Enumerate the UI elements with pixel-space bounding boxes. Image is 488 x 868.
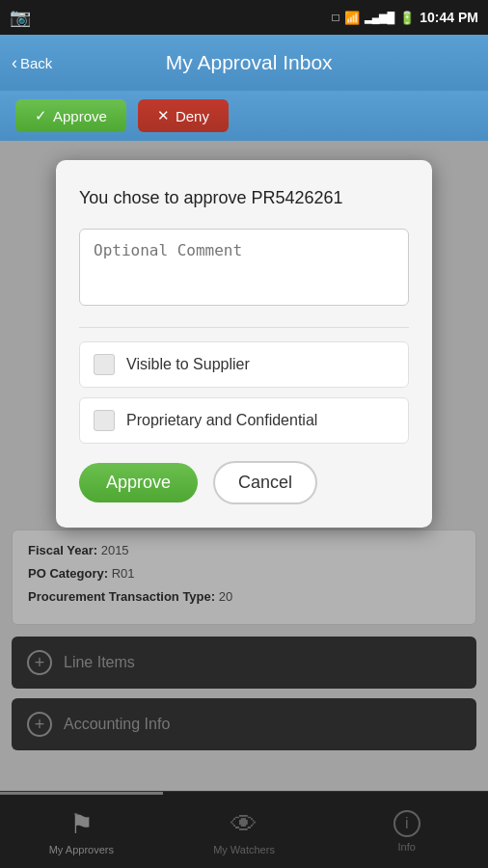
modal-overlay: You chose to approve PR5426261 Visible t… [0, 141, 488, 868]
modal-box: You chose to approve PR5426261 Visible t… [56, 160, 432, 528]
time-display: 10:44 PM [420, 10, 478, 25]
modal-title: You chose to approve PR5426261 [79, 187, 409, 209]
cancel-modal-label: Cancel [238, 473, 292, 492]
status-bar-left: 📷 [10, 7, 31, 28]
approve-top-label: Approve [53, 108, 107, 124]
separator-line [79, 327, 409, 328]
proprietary-row[interactable]: Proprietary and Confidential [79, 397, 409, 444]
approve-modal-label: Approve [106, 473, 171, 492]
wifi-icon: 📶 [344, 11, 360, 25]
modal-actions: Approve Cancel [79, 461, 409, 504]
proprietary-checkbox[interactable] [94, 410, 115, 431]
status-bar-right: □ 📶 ▂▄▆█ 🔋 10:44 PM [332, 10, 478, 25]
cancel-modal-button[interactable]: Cancel [213, 461, 317, 504]
back-chevron-icon: ‹ [12, 53, 17, 73]
status-bar: 📷 □ 📶 ▂▄▆█ 🔋 10:44 PM [0, 0, 488, 35]
deny-top-button[interactable]: ✕ Deny [138, 99, 229, 132]
visible-to-supplier-row[interactable]: Visible to Supplier [79, 341, 409, 388]
scrollable-area: You chose to approve PR5426261 Visible t… [0, 141, 488, 868]
visible-to-supplier-label: Visible to Supplier [126, 356, 250, 373]
checkmark-icon: ✓ [35, 107, 47, 124]
proprietary-label: Proprietary and Confidential [126, 412, 317, 429]
header-bar: ‹ Back My Approval Inbox [0, 35, 488, 91]
signal-bars-icon: ▂▄▆█ [365, 12, 395, 24]
header-title: My Approval Inbox [60, 51, 438, 74]
battery-icon: 🔋 [399, 11, 415, 25]
comment-input[interactable] [79, 229, 409, 306]
page-wrapper: 📷 □ 📶 ▂▄▆█ 🔋 10:44 PM ‹ Back My Approval… [0, 0, 488, 868]
x-icon: ✕ [157, 107, 170, 124]
visible-to-supplier-checkbox[interactable] [94, 354, 115, 375]
action-buttons-row: ✓ Approve ✕ Deny [0, 91, 488, 141]
approve-top-button[interactable]: ✓ Approve [15, 99, 126, 132]
deny-top-label: Deny [176, 108, 209, 124]
back-label: Back [20, 55, 52, 71]
back-button[interactable]: ‹ Back [12, 53, 52, 73]
signal-icon: □ [332, 11, 339, 24]
approve-modal-button[interactable]: Approve [79, 463, 198, 502]
